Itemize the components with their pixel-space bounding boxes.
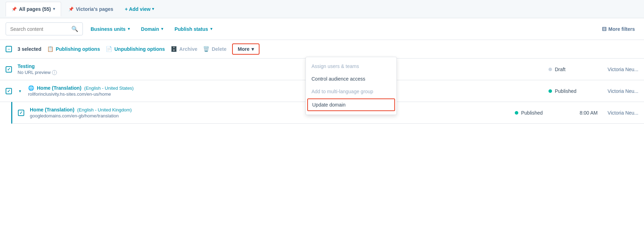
author-home-us: Victoria Neu... [603, 88, 638, 94]
more-filters-label: More filters [609, 26, 635, 32]
subtitle-text: No URL preview [18, 70, 51, 75]
info-icon[interactable]: i [52, 70, 57, 75]
business-units-filter[interactable]: Business units ▾ [87, 24, 133, 34]
update-domain-item[interactable]: Update domain [307, 98, 395, 111]
chevron-down-icon: ▾ [53, 7, 55, 11]
archive-icon: 🗄️ [171, 46, 177, 52]
status-text: Published [555, 88, 577, 94]
assign-users-label: Assign users & teams [311, 63, 359, 69]
status-text: Draft [555, 67, 565, 72]
unpublishing-options-button[interactable]: 📄 Unpublishing options [106, 46, 165, 52]
tab-victorias-pages[interactable]: 📌 Victoria's pages [63, 2, 119, 16]
row-subtitle-home-us: rollforinclusivity.hs-sites.com/en-us/ho… [28, 91, 543, 97]
search-box: 🔍 [6, 22, 83, 35]
status-dot-draft [548, 68, 552, 71]
assign-users-item[interactable]: Assign users & teams [306, 60, 396, 73]
publishing-options-button[interactable]: 📋 Publishing options [47, 46, 100, 52]
timestamp-home-uk: 8:00 AM [570, 110, 598, 116]
update-domain-label: Update domain [312, 102, 346, 108]
archive-label: Archive [179, 46, 197, 52]
publish-status-label: Publish status [175, 26, 208, 32]
add-multilang-label: Add to multi-language group [311, 89, 373, 94]
chevron-down-icon-bu: ▾ [128, 27, 130, 31]
chevron-down-icon-add: ▾ [152, 7, 154, 11]
translation-badge: (English - United States) [84, 86, 134, 91]
filters-icon: ⊟ [602, 26, 606, 32]
control-audience-label: Control audience access [311, 76, 365, 82]
row-subtitle-testing: No URL preview i [18, 70, 543, 75]
domain-label: Domain [141, 26, 159, 32]
subtitle-text: googledomains.com/en-gb/home/translation [30, 113, 119, 118]
publish-status-filter[interactable]: Publish status ▾ [171, 24, 216, 34]
row-content-home-us: 🌐 Home (Translation) (English - United S… [28, 85, 543, 97]
author-testing: Victoria Neu... [603, 67, 638, 72]
unpublishing-icon: 📄 [106, 46, 112, 52]
row-title-home-us: 🌐 Home (Translation) (English - United S… [28, 85, 543, 91]
status-area-home-uk: Published [515, 110, 564, 116]
delete-label: Delete [212, 46, 226, 52]
globe-icon: 🌐 [28, 85, 34, 91]
filter-bar: 🔍 Business units ▾ Domain ▾ Publish stat… [0, 18, 644, 40]
pin-icon-2: 📌 [68, 7, 74, 12]
delete-icon: 🗑️ [203, 46, 210, 52]
row-checkbox-home-uk[interactable] [18, 110, 24, 116]
row-content-home-uk: Home (Translation) (English - United Kin… [30, 107, 509, 118]
pin-icon: 📌 [12, 7, 17, 12]
publishing-options-label: Publishing options [56, 46, 100, 52]
select-all-checkbox[interactable] [6, 46, 12, 52]
status-area-testing: Draft [548, 67, 598, 72]
unpublishing-options-label: Unpublishing options [114, 46, 165, 52]
tab-label-2: Victoria's pages [76, 6, 113, 12]
row-subtitle-home-uk: googledomains.com/en-gb/home/translation [30, 113, 509, 118]
chevron-down-icon-more: ▾ [251, 46, 254, 52]
status-dot-published-uk [515, 111, 518, 115]
add-multilang-item[interactable]: Add to multi-language group [306, 85, 396, 98]
add-view-label: + Add view [125, 6, 151, 12]
search-input[interactable] [10, 26, 68, 32]
delete-button[interactable]: 🗑️ Delete [203, 46, 226, 52]
search-icon: 🔍 [71, 26, 78, 32]
tab-all-pages[interactable]: 📌 All pages (55) ▾ [6, 2, 61, 16]
chevron-down-icon-domain: ▾ [161, 27, 163, 31]
translation-badge: (English - United Kingdom) [77, 107, 132, 112]
more-button[interactable]: More ▾ [232, 43, 259, 55]
status-text: Published [521, 110, 543, 116]
status-area-home-us: Published [548, 88, 598, 94]
tab-label: All pages (55) [19, 6, 51, 12]
more-dropdown-menu: Assign users & teams Control audience ac… [305, 57, 397, 115]
subtitle-text: rollforinclusivity.hs-sites.com/en-us/ho… [28, 91, 111, 97]
action-bar: 3 selected 📋 Publishing options 📄 Unpubl… [0, 40, 644, 59]
row-title-text[interactable]: Home (Translation) [37, 85, 81, 91]
add-view-button[interactable]: + Add view ▾ [121, 4, 158, 15]
row-title-text[interactable]: Testing [18, 63, 35, 69]
business-units-label: Business units [91, 26, 126, 32]
archive-button[interactable]: 🗄️ Archive [171, 46, 197, 52]
chevron-down-icon-status: ▾ [210, 27, 212, 31]
status-dot-published [548, 89, 552, 93]
row-content-testing: Testing No URL preview i [18, 63, 543, 75]
more-label: More [238, 46, 249, 52]
row-title-home-uk: Home (Translation) (English - United Kin… [30, 107, 509, 112]
selected-count: 3 selected [18, 46, 41, 52]
publishing-icon: 📋 [47, 46, 54, 52]
expand-button[interactable]: ▾ [18, 88, 22, 94]
more-filters-button[interactable]: ⊟ More filters [598, 23, 638, 34]
row-checkbox-testing[interactable] [6, 66, 12, 73]
control-audience-item[interactable]: Control audience access [306, 73, 396, 85]
row-title-testing: Testing [18, 63, 543, 69]
row-checkbox-home-us[interactable] [6, 88, 12, 94]
tab-bar: 📌 All pages (55) ▾ 📌 Victoria's pages + … [0, 0, 644, 18]
row-title-text[interactable]: Home (Translation) [30, 107, 74, 112]
author-home-uk: Victoria Neu... [603, 110, 638, 116]
domain-filter[interactable]: Domain ▾ [138, 24, 167, 34]
